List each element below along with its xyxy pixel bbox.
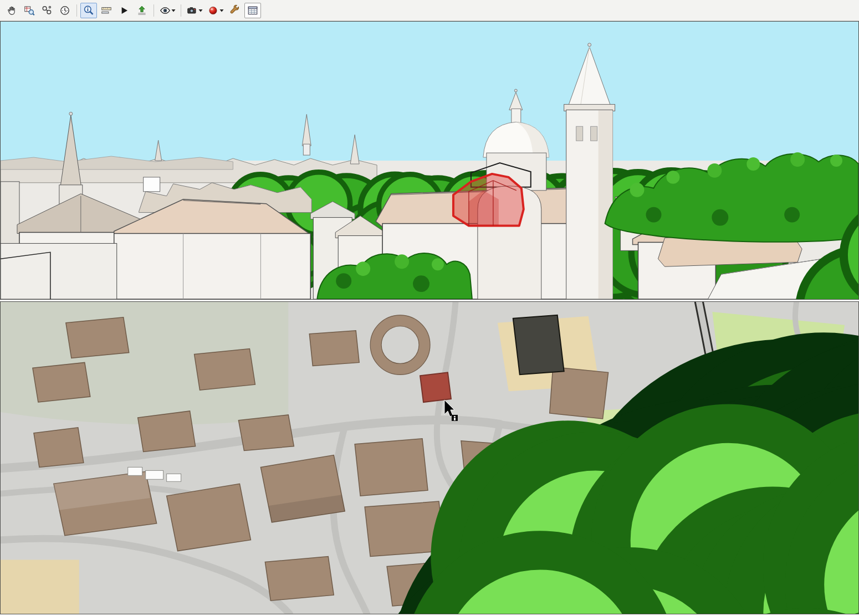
- tools-wrench-button[interactable]: [227, 3, 243, 18]
- map-small-trees: [423, 424, 858, 614]
- pan-hand-icon: [6, 4, 18, 17]
- export-tool-button[interactable]: [134, 3, 150, 18]
- sphere-tool-button[interactable]: [206, 3, 226, 18]
- red-sphere-icon: [207, 4, 219, 17]
- identify-info-icon: [83, 4, 95, 17]
- clock-icon: [59, 4, 71, 17]
- export-up-arrow-icon: [136, 4, 148, 17]
- toolbar-separator: [154, 4, 154, 17]
- chevron-down-icon: [198, 9, 203, 12]
- attribute-table-icon: [247, 4, 259, 17]
- map-2d-canvas: [1, 302, 858, 614]
- chevron-down-icon: [171, 9, 176, 12]
- scene-3d-canvas: [1, 22, 858, 299]
- chevron-down-icon: [219, 9, 224, 12]
- toolbar-separator: [76, 4, 77, 17]
- play-tool-button[interactable]: [116, 3, 132, 18]
- play-icon: [118, 4, 130, 17]
- camera-icon: [186, 4, 198, 17]
- foreground-left-walls: [1, 243, 117, 299]
- highlighted-building-map[interactable]: [420, 372, 451, 402]
- fly-link-icon: [41, 4, 53, 17]
- wrench-tools-icon: [229, 4, 241, 17]
- eye-visibility-icon: [159, 4, 171, 17]
- toolbar-separator: [181, 4, 181, 17]
- fly-tool-button[interactable]: [39, 3, 55, 18]
- map-2d-view[interactable]: [0, 301, 859, 614]
- identify-tool-button[interactable]: [80, 3, 97, 18]
- camera-tool-button[interactable]: [185, 3, 204, 18]
- clock-tool-button[interactable]: [57, 3, 73, 18]
- zoom-target-icon: [23, 4, 35, 17]
- zoom-target-tool-button[interactable]: [21, 3, 38, 18]
- visibility-tool-button[interactable]: [157, 3, 177, 18]
- measure-ruler-icon: [100, 4, 113, 17]
- main-toolbar: [0, 0, 859, 21]
- measure-tool-button[interactable]: [98, 3, 115, 18]
- pan-tool-button[interactable]: [3, 3, 20, 18]
- attribute-table-button[interactable]: [244, 3, 261, 18]
- scene-3d-view[interactable]: [0, 21, 859, 300]
